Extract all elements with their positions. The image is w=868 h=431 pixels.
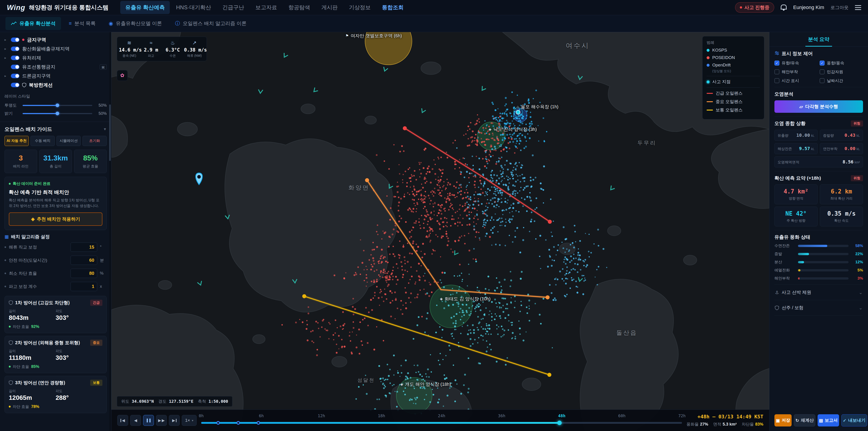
저장-button[interactable]: ▣저장 [774, 414, 792, 427]
step-back-button[interactable]: ◀ [130, 415, 141, 426]
map-view[interactable]: ≋14.6 m/s풍속 (NE)≈2.9 m파고♨6.3°C수온↗0.38 m/… [112, 32, 769, 431]
setting-input[interactable]: 1 [70, 282, 97, 291]
logout-button[interactable]: 로그아웃 [831, 4, 848, 11]
metric-value: 12065m [9, 394, 56, 401]
model-dot-icon [707, 49, 710, 52]
layer-toggle[interactable] [11, 47, 20, 51]
layer-toggle[interactable] [11, 37, 20, 42]
mode-button-수동 배치[interactable]: 수동 배치 [31, 136, 55, 146]
tab-analysis-summary[interactable]: 분석 요약 [805, 32, 832, 47]
checkbox-풍향/풍속[interactable]: ✓풍향/풍속 [819, 60, 863, 66]
mode-button-AI 자동 추천[interactable]: AI 자동 추천 [4, 136, 29, 146]
apply-plan-button[interactable]: ◈ 추천 배치안 적용하기 [9, 212, 102, 226]
lat-value: 34.6963°N [132, 399, 154, 404]
layer-toggle[interactable] [11, 65, 20, 69]
incident-status-badge[interactable]: 사고 진행중 [735, 2, 774, 13]
tab-유출유 확산분석[interactable]: 유출유 확산분석 [5, 17, 61, 30]
divider [707, 76, 760, 76]
layer-row-북방한계선[interactable]: 북방한계선 [4, 81, 107, 90]
defense-line-card[interactable]: 3차 방어선 (연안 경량형)보통길이12065m각도288°차단 효율78% [4, 376, 107, 413]
pause-button[interactable] [143, 415, 154, 426]
nav-item-항공탐색[interactable]: 항공탐색 [283, 1, 315, 14]
notification-bell-icon[interactable] [780, 4, 787, 11]
timeline-event-marker[interactable] [237, 421, 240, 425]
layer-label: 드론금지구역 [22, 73, 51, 79]
setting-input[interactable]: 80 [70, 269, 97, 278]
polygon-analysis-button[interactable]: ▱ 다각형 분석수행 [774, 100, 863, 113]
tab-분석 목록[interactable]: ≡분석 목록 [63, 17, 101, 30]
forecast-label: 최대 확산 거리 [822, 196, 861, 201]
fence-line-icon [707, 101, 713, 102]
fence-guide-title: 오일펜스 배치 가이드 [4, 126, 52, 133]
fence-guide-header[interactable]: 오일펜스 배치 가이드 ▼ [4, 126, 107, 133]
pollution-unit: kL [811, 134, 814, 137]
slider-knob[interactable] [56, 112, 59, 115]
layer-toggle[interactable] [11, 56, 20, 60]
app-logo: Wing 해양환경 위기대응 통합시스템 [7, 3, 108, 12]
slider-track[interactable] [23, 113, 92, 114]
defense-line-card[interactable]: 1차 방어선 (고강도 차단형)긴급길이8043m각도303°차단 효율92% [4, 296, 107, 333]
재계산-button[interactable]: ↻재계산 [794, 414, 815, 427]
timeline-event-marker[interactable] [256, 421, 260, 425]
slider-track[interactable] [23, 105, 92, 106]
timeline-event-marker[interactable] [216, 421, 220, 425]
speed-selector[interactable]: 1× ▾ [182, 415, 197, 426]
menu-icon[interactable] [855, 5, 861, 10]
slider-knob[interactable] [56, 103, 59, 107]
layer-row-황산화물배출규제지역[interactable]: ▸황산화물배출규제지역 [4, 44, 107, 53]
map-canvas[interactable] [112, 32, 769, 431]
mode-button-초기화[interactable]: 초기화 [83, 136, 107, 146]
skip-end-button[interactable]: ▶ [169, 415, 180, 426]
checkbox-box-icon [774, 78, 779, 83]
fence-label: 긴급 오일펜스 [716, 90, 743, 96]
nav-item-통합조회[interactable]: 통합조회 [377, 1, 409, 14]
pollution-unit: kL [857, 134, 860, 137]
checkbox-label: 민감자원 [827, 69, 843, 74]
place-label-여수시: 여수시 [566, 41, 590, 51]
checkbox-날짜시간[interactable]: 날짜시간 [819, 78, 863, 83]
layer-label: 북방한계선 [29, 82, 53, 88]
layer-options-icon[interactable]: ▣ [100, 64, 107, 70]
layer-row-드론금지구역[interactable]: ▸드론금지구역 [4, 71, 107, 81]
nav-item-HNS·대기확산[interactable]: HNS·대기확산 [171, 1, 216, 14]
pollution-row-해상잔존: 해상잔존9.57kL [774, 143, 817, 154]
timeline-playhead[interactable] [557, 421, 562, 425]
forecast-label: 확산 속도 [822, 219, 861, 223]
checkbox-유향/유속[interactable]: ✓유향/유속 [774, 60, 818, 66]
place-label-돌산읍: 돌산읍 [616, 329, 638, 337]
info-icon: ⓘ [175, 20, 180, 27]
fast-forward-button[interactable]: ▶▶ [156, 415, 167, 426]
nav-item-보고자료[interactable]: 보고자료 [250, 1, 282, 14]
layer-toggle[interactable] [11, 74, 20, 78]
mode-button-시뮬레이션[interactable]: 시뮬레이션 [57, 136, 81, 146]
보고서-button[interactable]: ▤보고서 [817, 414, 839, 427]
timeline-track[interactable] [201, 422, 682, 424]
scrollbar-thumb[interactable] [109, 104, 111, 161]
model-note: (앙상블 모드) [712, 69, 760, 73]
nav-item-기상정보[interactable]: 기상정보 [344, 1, 376, 14]
checkbox-민감자원[interactable]: 민감자원 [819, 69, 863, 74]
skip-start-button[interactable]: ◀ [117, 415, 128, 426]
checkbox-시간 표시[interactable]: 시간 표시 [774, 78, 818, 83]
defense-line-card[interactable]: 2차 방어선 (외해용 중형 포위형)중요길이11180m각도303°차단 효율… [4, 336, 107, 373]
layer-row-유처리제[interactable]: ▸유처리제 [4, 53, 107, 62]
tab-유출유확산모델 이론[interactable]: ◉유출유확산모델 이론 [103, 17, 167, 30]
nav-item-유출유 확산예측[interactable]: 유출유 확산예측 [120, 1, 170, 14]
layer-toggle[interactable] [11, 83, 20, 87]
wildlife-layer-button[interactable]: ✿ [117, 70, 128, 81]
nav-item-게시판[interactable]: 게시판 [316, 1, 343, 14]
setting-input[interactable]: 15 [70, 243, 97, 252]
setting-input[interactable]: 60 [70, 256, 97, 265]
section-선주 / 보험[interactable]: 선주 / 보험⌄ [774, 300, 863, 315]
nav-item-긴급구난[interactable]: 긴급구난 [217, 1, 249, 14]
layer-row-금지구역[interactable]: ▸금지구역 [4, 35, 107, 44]
section-사고 선박 제원[interactable]: ⚓사고 선박 제원⌄ [774, 285, 863, 300]
layer-row-유조선통행금지[interactable]: 유조선통행금지▣ [4, 62, 107, 71]
tab-오일펜스 배치 알고리즘 이론[interactable]: ⓘ오일펜스 배치 알고리즘 이론 [169, 17, 252, 30]
sidebar-scrollbar[interactable] [110, 32, 111, 431]
weathering-label: 에멀전화 [774, 268, 795, 273]
checkbox-해안부착[interactable]: 해안부착 [774, 69, 818, 74]
list-icon: ≡ [69, 21, 72, 26]
내보내기-button[interactable]: ✓내보내기 [841, 414, 867, 427]
timeline-tick-18h: 18h [378, 413, 385, 418]
